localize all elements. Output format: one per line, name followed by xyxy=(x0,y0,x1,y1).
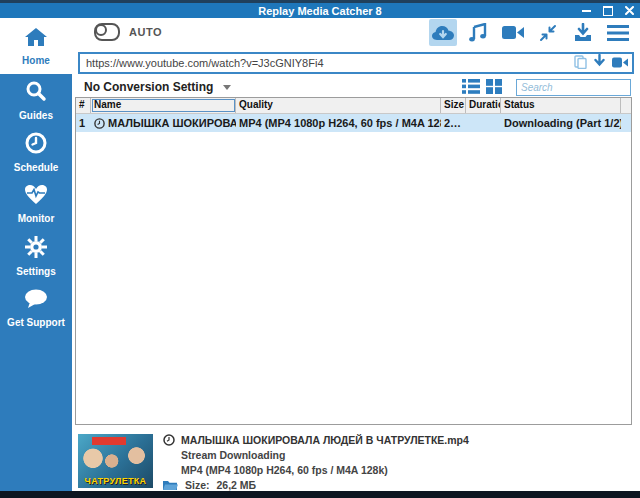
app-window: Replay Media Catcher 8 Home Guides Sched… xyxy=(0,0,640,498)
clock-icon xyxy=(25,132,47,158)
download-arrow-icon[interactable] xyxy=(593,54,606,72)
details-panel: ЧАТРУЛЕТКА МАЛЫШКА ШОКИРОВАЛА ЛЮДЕЙ В ЧА… xyxy=(72,428,640,491)
sidebar-item-label: Get Support xyxy=(7,317,65,328)
auto-label: AUTO xyxy=(129,26,162,38)
sidebar-item-label: Settings xyxy=(16,266,55,277)
url-input[interactable] xyxy=(80,57,574,69)
sidebar-item-guides[interactable]: Guides xyxy=(0,74,72,126)
column-header-size[interactable]: Size xyxy=(441,98,466,113)
grid-view-icon[interactable] xyxy=(486,79,502,98)
column-header-status[interactable]: Status xyxy=(501,98,621,113)
column-header-name[interactable]: Name xyxy=(91,98,236,113)
details-size-value: 26,2 МБ xyxy=(217,479,257,491)
chat-bubble-icon xyxy=(24,289,48,313)
toolbar: AUTO xyxy=(72,18,640,48)
column-header-num[interactable]: # xyxy=(76,98,91,113)
heart-pulse-icon xyxy=(24,184,48,209)
shrink-icon[interactable] xyxy=(534,19,562,46)
column-header-spacer xyxy=(621,98,631,113)
details-status: Stream Downloading xyxy=(181,447,469,462)
search-input[interactable] xyxy=(517,82,640,93)
column-header-quality[interactable]: Quality xyxy=(236,98,441,113)
sidebar: Home Guides Schedule Monitor xyxy=(0,18,72,491)
gear-icon xyxy=(25,236,47,262)
sidebar-item-schedule[interactable]: Schedule xyxy=(0,126,72,178)
row-name-cell: МАЛЫШКА ШОКИРОВА… xyxy=(91,117,236,129)
row-size: 2… xyxy=(441,117,466,129)
url-bar xyxy=(78,52,634,74)
list-view-icon[interactable] xyxy=(462,79,480,98)
details-format: MP4 (MP4 1080p H264, 60 fps / M4A 128k) xyxy=(181,462,469,477)
sidebar-item-label: Home xyxy=(22,55,50,66)
folder-icon[interactable] xyxy=(163,479,178,491)
home-icon xyxy=(24,27,48,51)
details-filename: МАЛЫШКА ШОКИРОВАЛА ЛЮДЕЙ В ЧАТРУЛЕТКЕ.mp… xyxy=(181,434,469,446)
sidebar-item-home[interactable]: Home xyxy=(0,18,72,74)
maximize-icon[interactable] xyxy=(603,6,613,16)
table-row[interactable]: 1 МАЛЫШКА ШОКИРОВА… MP4 (MP4 1080p H264,… xyxy=(76,114,631,132)
table-header: # Name Quality Size Duration Status xyxy=(76,98,631,114)
clock-icon xyxy=(163,434,175,446)
column-header-duration[interactable]: Duration xyxy=(466,98,501,113)
window-frame-bottom xyxy=(0,491,640,498)
video-camera-icon[interactable] xyxy=(612,54,628,72)
filter-bar: No Conversion Setting xyxy=(78,78,634,98)
title-bar: Replay Media Catcher 8 xyxy=(0,3,640,18)
row-name: МАЛЫШКА ШОКИРОВА… xyxy=(108,117,236,129)
sidebar-item-get-support[interactable]: Get Support xyxy=(0,282,72,334)
sidebar-item-label: Guides xyxy=(19,110,53,121)
row-quality: MP4 (MP4 1080p H264, 60 fps / M4A 128k) xyxy=(236,117,441,129)
window-title: Replay Media Catcher 8 xyxy=(258,5,382,17)
search-icon xyxy=(25,80,47,106)
sidebar-item-label: Monitor xyxy=(18,213,55,224)
cloud-download-icon[interactable] xyxy=(429,19,457,46)
conversion-setting-dropdown[interactable]: No Conversion Setting xyxy=(84,80,231,94)
row-status: Downloading (Part 1/2) xyxy=(501,117,621,129)
thumbnail-tag xyxy=(92,437,126,445)
conversion-setting-label: No Conversion Setting xyxy=(84,80,213,94)
video-camera-icon[interactable] xyxy=(499,19,527,46)
auto-toggle[interactable] xyxy=(94,23,120,41)
minimize-icon[interactable] xyxy=(582,10,591,12)
chevron-down-icon xyxy=(223,85,231,90)
thumbnail-caption: ЧАТРУЛЕТКА xyxy=(78,476,153,486)
video-thumbnail[interactable]: ЧАТРУЛЕТКА xyxy=(78,434,153,488)
search-box xyxy=(516,79,631,96)
sidebar-item-label: Schedule xyxy=(14,162,58,173)
clock-icon xyxy=(94,118,105,129)
row-number: 1 xyxy=(76,117,91,129)
sidebar-item-monitor[interactable]: Monitor xyxy=(0,178,72,230)
menu-icon[interactable] xyxy=(604,19,632,46)
download-device-icon[interactable] xyxy=(569,19,597,46)
close-icon[interactable] xyxy=(625,6,634,15)
sidebar-item-settings[interactable]: Settings xyxy=(0,230,72,282)
details-size-label: Size: xyxy=(185,479,210,491)
downloads-table: # Name Quality Size Duration Status 1 МА… xyxy=(75,97,632,425)
music-icon[interactable] xyxy=(464,19,492,46)
paste-icon[interactable] xyxy=(574,54,587,73)
